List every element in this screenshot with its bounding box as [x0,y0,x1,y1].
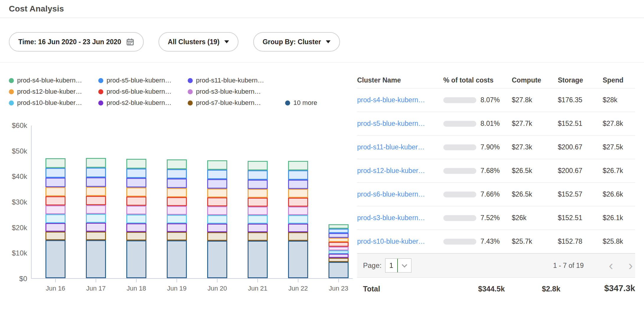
bar-segment[interactable] [328,262,349,278]
legend-item[interactable]: 10 more [285,99,317,107]
bar-segment[interactable] [207,179,227,189]
bar-segment[interactable] [328,254,349,258]
bar-segment[interactable] [86,168,106,177]
legend-item[interactable]: prod-s5-blue-kubern… [98,77,188,84]
bar-segment[interactable] [248,224,268,232]
bar-segment[interactable] [45,214,66,223]
bar-segment[interactable] [248,207,268,215]
bar-segment[interactable] [248,215,268,224]
bar-segment[interactable] [86,223,106,232]
prev-page-button[interactable]: ‹ [609,260,613,271]
bar-segment[interactable] [86,177,106,187]
bar-segment[interactable] [288,232,308,241]
bar-segment[interactable] [248,161,268,170]
bar-segment[interactable] [86,240,106,278]
bar-segment[interactable] [86,196,106,205]
cluster-name-link[interactable]: prod-s3-blue-kubern… [357,214,425,222]
bar-segment[interactable] [167,206,187,215]
bar-segment[interactable] [45,223,66,232]
bar-segment[interactable] [167,188,187,197]
bar-segment[interactable] [288,161,308,170]
bar-segment[interactable] [45,158,66,168]
bar-segment[interactable] [248,180,268,189]
bar-segment[interactable] [86,187,106,196]
bar-segment[interactable] [207,170,227,179]
bar-segment[interactable] [207,189,227,197]
bar-segment[interactable] [45,168,66,178]
bar-segment[interactable] [288,170,308,180]
bar-segment[interactable] [207,197,227,206]
bar-segment[interactable] [328,233,349,238]
bar-segment[interactable] [248,232,268,241]
bar-segment[interactable] [288,207,308,215]
bar-segment[interactable] [328,247,349,250]
bar-segment[interactable] [248,198,268,207]
bar-segment[interactable] [288,189,308,198]
bar-segment[interactable] [328,238,349,242]
bar-segment[interactable] [126,232,146,240]
bar-segment[interactable] [248,189,268,198]
bar-segment[interactable] [207,206,227,215]
cluster-name-link[interactable]: prod-s10-blue-kuber… [357,238,425,245]
next-page-button[interactable]: › [628,260,633,271]
bar-segment[interactable] [126,240,146,278]
bar-segment[interactable] [207,241,227,278]
bar-segment[interactable] [328,224,349,229]
cluster-name-link[interactable]: prod-s11-blue-kuber… [357,143,424,151]
bar-segment[interactable] [167,215,187,223]
bar-segment[interactable] [167,232,187,240]
bar-segment[interactable] [167,159,187,169]
bar-segment[interactable] [288,180,308,189]
bar-segment[interactable] [328,250,349,254]
bar-segment[interactable] [126,206,146,215]
clusters-filter-dropdown[interactable]: All Clusters (19) [158,32,238,52]
bar-segment[interactable] [126,169,146,178]
legend-item[interactable]: prod-s12-blue-kuber… [9,88,98,95]
time-range-filter[interactable]: Time: 16 Jun 2020 - 23 Jun 2020 [9,32,144,52]
bar-segment[interactable] [45,196,66,205]
page-select[interactable]: 1 [385,258,411,273]
bar-segment[interactable] [86,214,106,223]
cluster-name-link[interactable]: prod-s4-blue-kubern… [357,96,425,104]
bar-segment[interactable] [126,197,146,206]
bar-segment[interactable] [328,258,349,262]
bar-segment[interactable] [86,205,106,214]
bar-segment[interactable] [126,223,146,232]
bar-segment[interactable] [207,160,227,170]
legend-item[interactable]: prod-s4-blue-kubern… [9,77,98,84]
bar-segment[interactable] [288,198,308,207]
bar-segment[interactable] [328,229,349,233]
bar-segment[interactable] [167,197,187,206]
legend-item[interactable]: prod-s2-blue-kubern… [98,99,188,107]
bar-segment[interactable] [45,205,66,214]
legend-item[interactable]: prod-s7-blue-kubern… [188,99,285,107]
bar-segment[interactable] [207,224,227,232]
bar-segment[interactable] [207,215,227,224]
bar-segment[interactable] [126,187,146,197]
bar-segment[interactable] [248,241,268,278]
legend-item[interactable]: prod-s6-blue-kubern… [98,88,188,95]
bar-segment[interactable] [86,158,106,168]
cluster-name-link[interactable]: prod-s6-blue-kubern… [357,190,425,198]
bar-segment[interactable] [288,215,308,224]
bar-segment[interactable] [45,240,66,278]
bar-segment[interactable] [167,240,187,278]
bar-segment[interactable] [207,232,227,241]
bar-segment[interactable] [86,232,106,240]
bar-segment[interactable] [126,178,146,187]
cluster-name-link[interactable]: prod-s5-blue-kubern… [357,120,425,127]
bar-segment[interactable] [45,178,66,187]
bar-segment[interactable] [167,169,187,179]
bar-segment[interactable] [45,187,66,196]
bar-segment[interactable] [45,232,66,240]
cluster-name-link[interactable]: prod-s12-blue-kuber… [357,167,425,174]
bar-segment[interactable] [248,170,268,180]
legend-item[interactable]: prod-s10-blue-kuber… [9,99,98,107]
group-by-dropdown[interactable]: Group By: Cluster [253,32,340,52]
bar-segment[interactable] [328,242,349,247]
bar-segment[interactable] [167,223,187,232]
bar-segment[interactable] [167,179,187,188]
bar-segment[interactable] [288,241,308,278]
legend-item[interactable]: prod-s11-blue-kubern… [188,77,285,84]
bar-segment[interactable] [126,215,146,223]
